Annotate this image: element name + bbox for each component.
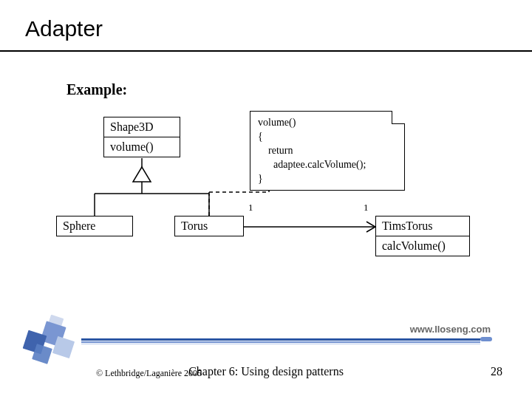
- footer-rule-cap: [480, 337, 492, 341]
- uml-connectors: [50, 111, 486, 266]
- uml-diagram: Shape3D volume() volume() { return adapt…: [50, 111, 486, 266]
- footer-logo: [16, 310, 90, 369]
- slide-title: Adapter: [25, 16, 103, 41]
- example-label: Example:: [66, 81, 127, 98]
- footer-url: www.lloseng.com: [410, 324, 491, 335]
- footer-rule: [81, 344, 480, 344]
- title-rule: [0, 50, 532, 52]
- footer-chapter: Chapter 6: Using design patterns: [0, 365, 532, 378]
- logo-shape: [32, 344, 52, 364]
- footer-rule: [81, 338, 480, 341]
- footer-rule: [81, 341, 480, 343]
- slide: Adapter Example: Shape3D volume() volume…: [0, 0, 532, 399]
- svg-marker-0: [133, 167, 151, 182]
- page-number: 28: [491, 365, 502, 378]
